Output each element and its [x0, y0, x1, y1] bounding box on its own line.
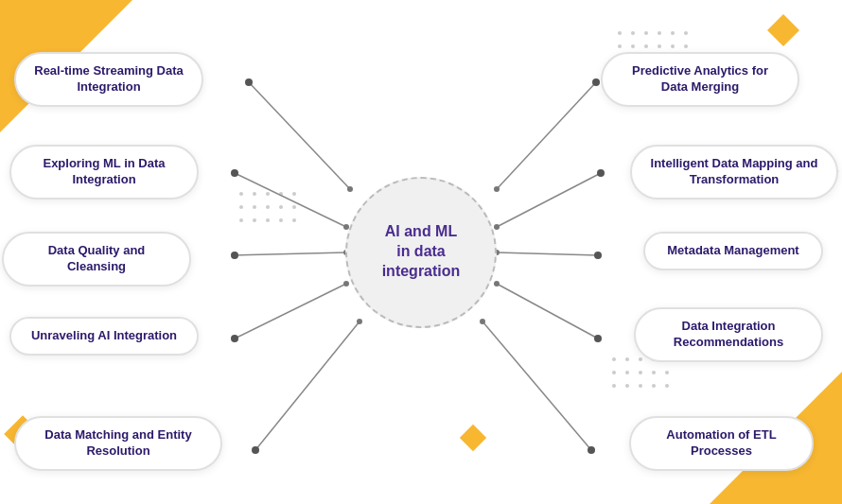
node-unraveling-ai: Unraveling AI Integration — [9, 317, 199, 356]
svg-line-5 — [497, 82, 596, 189]
svg-point-16 — [597, 169, 605, 177]
svg-point-24 — [357, 319, 362, 324]
node-data-quality: Data Quality and Cleansing — [2, 232, 191, 287]
svg-line-6 — [497, 173, 601, 227]
node-metadata-management: Metadata Management — [643, 232, 823, 270]
svg-line-9 — [482, 322, 591, 450]
svg-point-18 — [594, 335, 602, 342]
center-circle: AI and ML in data integration — [345, 177, 497, 328]
svg-point-25 — [494, 186, 500, 192]
svg-line-4 — [255, 322, 360, 450]
node-intelligent-mapping: Intelligent Data Mapping and Transformat… — [630, 145, 838, 200]
svg-line-7 — [497, 252, 598, 255]
svg-point-28 — [494, 281, 500, 287]
node-data-integration-recs: Data Integration Recommendations — [634, 307, 823, 362]
svg-point-19 — [588, 446, 595, 454]
svg-line-2 — [235, 252, 346, 255]
dots-pattern-midleft — [237, 189, 299, 225]
svg-line-8 — [497, 284, 598, 339]
svg-point-29 — [480, 319, 485, 324]
svg-point-23 — [343, 281, 349, 287]
svg-point-26 — [494, 224, 500, 230]
svg-point-17 — [594, 252, 602, 259]
center-circle-text: AI and ML in data integration — [382, 222, 461, 281]
svg-point-10 — [245, 78, 253, 86]
svg-line-3 — [235, 284, 346, 339]
bg-diamond-topright — [767, 14, 799, 46]
svg-point-14 — [252, 446, 259, 454]
svg-point-15 — [592, 78, 600, 86]
node-exploring-ml: Exploring ML in Data Integration — [9, 145, 199, 200]
svg-point-11 — [231, 169, 238, 177]
svg-point-20 — [347, 186, 353, 192]
node-predictive-analytics: Predictive Analytics for Data Merging — [601, 52, 799, 107]
node-realtime-streaming: Real-time Streaming Data Integration — [14, 52, 203, 107]
bg-diamond-bottomcenter — [460, 425, 486, 451]
svg-line-0 — [249, 82, 350, 189]
node-automation-etl: Automation of ETL Processes — [629, 416, 814, 471]
svg-point-12 — [231, 252, 238, 259]
svg-point-13 — [231, 335, 238, 342]
node-data-matching: Data Matching and Entity Resolution — [14, 416, 222, 471]
